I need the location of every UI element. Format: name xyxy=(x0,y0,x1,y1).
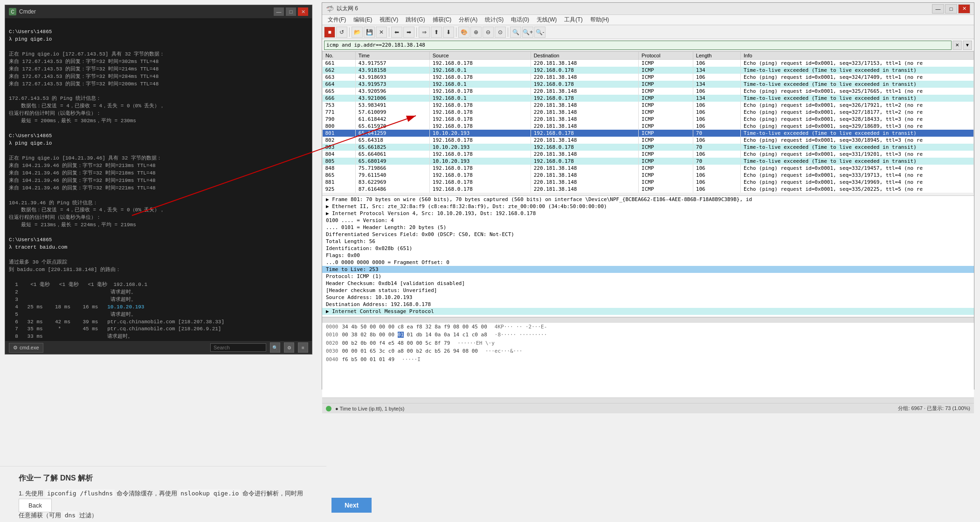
ws-stop-button[interactable]: ■ xyxy=(324,27,335,38)
packet-row[interactable]: 84875.719866192.168.0.178220.181.38.148I… xyxy=(323,165,974,172)
ws-close-button[interactable]: ✕ xyxy=(958,4,970,14)
hex-line: 003000 00 01 65 3c c0 a8 00 b2 dc b5 26 … xyxy=(322,347,974,355)
detail-line[interactable]: Flags: 0x00 xyxy=(322,252,974,259)
back-button[interactable]: Back xyxy=(19,499,52,512)
cmd-icon: C xyxy=(9,8,16,15)
taskbar-cmd-item[interactable]: ⚙ cmd.exe xyxy=(9,343,43,353)
ws-filter-btn2[interactable]: 🔍+ xyxy=(522,27,533,38)
col-source[interactable]: Source xyxy=(429,52,531,60)
ws-zoom-reset-button[interactable]: ⊙ xyxy=(495,27,506,38)
cmd-maximize-button[interactable]: □ xyxy=(286,7,296,16)
ws-restart-button[interactable]: ↺ xyxy=(336,27,347,38)
detail-line[interactable]: Source Address: 10.10.20.193 xyxy=(322,294,974,301)
menu-capture[interactable]: 捕获(C) xyxy=(429,15,455,25)
cmd-split-button[interactable]: ≡ xyxy=(298,342,308,353)
ws-forward-button[interactable]: ➡ xyxy=(403,27,414,38)
cmd-minimize-button[interactable]: — xyxy=(274,7,284,16)
ws-title: 以太网 6 xyxy=(337,5,358,13)
packet-row[interactable]: 80465.664061192.168.0.178220.181.38.148I… xyxy=(323,151,974,158)
menu-file[interactable]: 文件(F) xyxy=(324,15,350,25)
ws-zoom-in-button[interactable]: ⊕ xyxy=(470,27,482,38)
detail-line[interactable]: ▶ Frame 801: 70 bytes on wire (560 bits)… xyxy=(322,196,974,203)
packet-row[interactable]: 79061.618442192.168.0.178220.181.38.148I… xyxy=(323,116,974,123)
cmd-toolbar: ⚙ cmd.exe 🔍 ⚙ ≡ xyxy=(5,341,312,354)
packet-row[interactable]: 77157.610099192.168.0.178220.181.38.148I… xyxy=(323,109,974,116)
detail-line[interactable]: ...0 0000 0000 0000 = Fragment Offset: 0 xyxy=(322,259,974,266)
packet-row[interactable]: 66143.917557192.168.0.178220.181.38.148I… xyxy=(323,60,974,67)
menu-wireless[interactable]: 无线(W) xyxy=(533,15,560,25)
menu-phone[interactable]: 电话(0) xyxy=(507,15,533,25)
cmd-content[interactable]: C:\Users\14865 λ ping qige.io 正在 Ping qi… xyxy=(5,18,312,341)
packet-row[interactable]: 80565.68014910.10.20.193192.168.0.178ICM… xyxy=(323,158,974,165)
packet-row[interactable]: 66443.919573192.168.0.1192.168.0.178ICMP… xyxy=(323,81,974,88)
ws-color-button[interactable]: 🎨 xyxy=(458,27,469,38)
menu-edit[interactable]: 编辑(E) xyxy=(350,15,376,25)
packet-row[interactable]: 88183.622969192.168.0.178220.181.38.148I… xyxy=(323,179,974,186)
packet-row[interactable]: 92587.616486192.168.0.178220.181.38.148I… xyxy=(323,186,974,193)
packet-row[interactable]: 80365.66182510.10.20.193192.168.0.178ICM… xyxy=(323,144,974,151)
hex-line: 000034 4b 50 00 00 00 c8 ea f8 32 8a f9 … xyxy=(322,323,974,331)
detail-line[interactable]: ▶ Internet Control Message Protocol xyxy=(322,308,974,315)
packet-row[interactable]: 80065.615970192.168.0.178220.181.38.148I… xyxy=(323,123,974,130)
detail-line[interactable]: Total Length: 56 xyxy=(322,238,974,245)
ws-goto-button[interactable]: ⇒ xyxy=(419,27,430,38)
ws-filter-input[interactable] xyxy=(324,41,952,50)
detail-line[interactable]: Differentiated Services Field: 0x00 (DSC… xyxy=(322,231,974,238)
col-time[interactable]: Time xyxy=(355,52,429,60)
detail-line[interactable]: ▶ Ethernet II, Src: zte_32:8a:f9 (c8:ea:… xyxy=(322,203,974,210)
detail-line[interactable]: Destination Address: 192.168.0.178 xyxy=(322,301,974,308)
ws-zoom-out-button[interactable]: ⊖ xyxy=(483,27,494,38)
detail-line[interactable]: Identification: 0x028b (651) xyxy=(322,245,974,252)
ws-packet-detail[interactable]: ▶ Frame 801: 70 bytes on wire (560 bits)… xyxy=(322,196,974,317)
packet-row[interactable]: 66343.918693192.168.0.178220.181.38.148I… xyxy=(323,74,974,81)
ws-filter-btn1[interactable]: 🔍 xyxy=(510,27,521,38)
ws-filter-clear-button[interactable]: ✕ xyxy=(952,41,962,50)
ws-maximize-button[interactable]: □ xyxy=(945,4,957,14)
detail-line[interactable]: Protocol: ICMP (1) xyxy=(322,273,974,280)
ws-back-button[interactable]: ⬅ xyxy=(391,27,402,38)
packet-row[interactable]: 66643.921006192.168.0.1192.168.0.178ICMP… xyxy=(323,95,974,102)
ws-save-button[interactable]: 💾 xyxy=(364,27,375,38)
cmd-search-button[interactable]: 🔍 xyxy=(270,342,280,353)
ws-filter-btn3[interactable]: 🔍- xyxy=(534,27,545,38)
detail-line[interactable]: [Header checksum status: Unverified] xyxy=(322,287,974,294)
packet-row[interactable]: 80165.64125910.10.20.193192.168.0.178ICM… xyxy=(323,130,974,137)
detail-line[interactable]: Time to Live: 253 xyxy=(322,266,974,273)
ws-close-file-button[interactable]: ✕ xyxy=(376,27,387,38)
col-info[interactable]: Info xyxy=(741,52,974,60)
col-protocol[interactable]: Protocol xyxy=(639,52,693,60)
detail-line[interactable]: Header Checksum: 0xdb14 [validation disa… xyxy=(322,280,974,287)
packet-row[interactable]: 75353.983491192.168.0.178220.181.38.148I… xyxy=(323,102,974,109)
ws-status-text: ● Time to Live (ip.ttl), 1 byte(s) xyxy=(335,406,404,411)
cmd-window: C Cmder — □ ✕ C:\Users\14865 λ ping qige… xyxy=(5,5,312,355)
cmd-close-button[interactable]: ✕ xyxy=(298,7,308,16)
col-destination[interactable]: Destination xyxy=(531,52,638,60)
ws-down-button[interactable]: ⬇ xyxy=(443,27,454,38)
ws-hscroll[interactable] xyxy=(322,317,974,323)
detail-line[interactable]: .... 0101 = Header Length: 20 bytes (5) xyxy=(322,224,974,231)
cmd-search-input[interactable] xyxy=(210,343,266,352)
menu-analyze[interactable]: 分析(A) xyxy=(455,15,481,25)
ws-up-button[interactable]: ⬆ xyxy=(431,27,442,38)
menu-view[interactable]: 视图(V) xyxy=(376,15,402,25)
col-no[interactable]: No. xyxy=(323,52,356,60)
menu-goto[interactable]: 跳转(G) xyxy=(402,15,428,25)
ws-open-button[interactable]: 📂 xyxy=(352,27,363,38)
packet-row[interactable]: 80265.64318192.168.0.178220.181.38.148IC… xyxy=(323,137,974,144)
menu-help[interactable]: 帮助(H) xyxy=(587,15,613,25)
detail-line[interactable]: ▶ Internet Protocol Version 4, Src: 10.1… xyxy=(322,210,974,217)
next-button[interactable]: Next xyxy=(331,498,372,513)
menu-stats[interactable]: 统计(S) xyxy=(481,15,507,25)
packet-row[interactable]: 66543.920596192.168.0.178220.181.38.148I… xyxy=(323,88,974,95)
ws-packet-table: No. Time Source Destination Protocol Len… xyxy=(322,51,974,193)
detail-line[interactable]: 0100 .... = Version: 4 xyxy=(322,217,974,224)
packet-row[interactable]: 66243.918158192.168.0.1192.168.0.178ICMP… xyxy=(323,67,974,74)
ws-packet-list[interactable]: No. Time Source Destination Protocol Len… xyxy=(322,51,974,196)
menu-tools[interactable]: 工具(T) xyxy=(560,15,586,25)
col-length[interactable]: Length xyxy=(693,52,740,60)
packet-row[interactable]: 86579.611540192.168.0.178220.181.38.148I… xyxy=(323,172,974,179)
ws-filter-expand-button[interactable]: ▼ xyxy=(963,41,972,50)
cmd-options-button[interactable]: ⚙ xyxy=(284,342,294,353)
ws-hscroll2[interactable] xyxy=(322,397,974,403)
ws-minimize-button[interactable]: — xyxy=(932,4,944,14)
